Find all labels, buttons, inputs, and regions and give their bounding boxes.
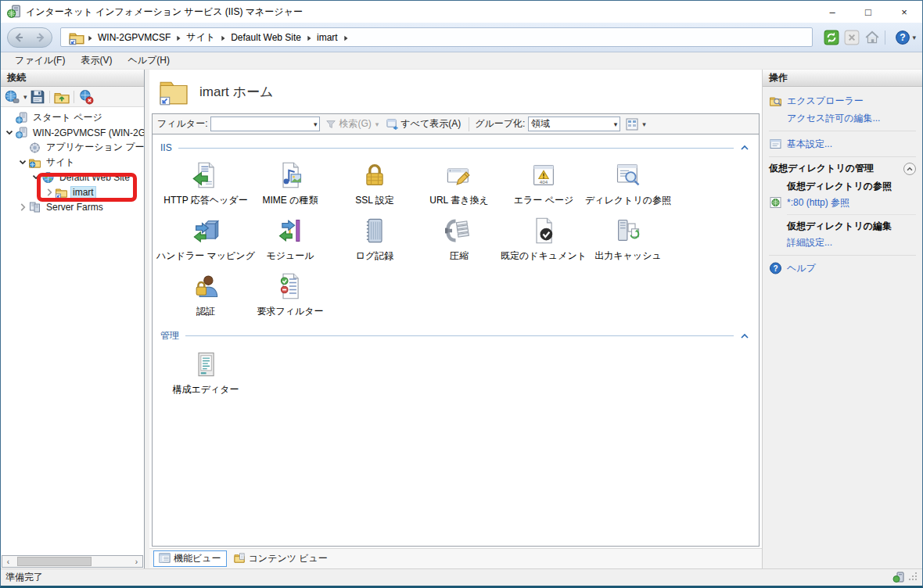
server-icon <box>15 127 28 139</box>
action-link-label[interactable]: *:80 (http) 参照 <box>787 196 849 210</box>
scrollbar-track[interactable] <box>14 556 131 567</box>
menu-item-1[interactable]: 表示(V) <box>73 52 120 69</box>
scroll-right-icon[interactable]: › <box>131 556 142 567</box>
actions-divider <box>769 255 916 256</box>
refresh-icon[interactable] <box>824 30 839 45</box>
tab-label: 機能ビュー <box>174 552 221 565</box>
tree-item-server[interactable]: WIN-2GPVMCSF (WIN-2G <box>1 125 144 140</box>
feature-ssl-settings[interactable]: SSL 設定 <box>332 155 417 210</box>
create-connection-caret[interactable]: ▾ <box>23 93 27 101</box>
action-link-label[interactable]: 詳細設定... <box>787 236 832 249</box>
help-icon[interactable]: ? <box>895 30 910 45</box>
feature-mime-types[interactable]: MIME の種類 <box>248 155 332 210</box>
minimize-button[interactable]: – <box>814 1 850 23</box>
virtual-directory-icon <box>55 186 68 199</box>
action-link-label[interactable]: ヘルプ <box>787 262 816 275</box>
tree-item-sites[interactable]: サイト <box>1 155 144 170</box>
tree-horizontal-scrollbar[interactable]: ‹ › <box>2 555 143 568</box>
chevron-expanded-icon[interactable] <box>17 157 28 168</box>
remove-connection-icon[interactable] <box>78 89 94 105</box>
action-link-label[interactable]: アクセス許可の編集... <box>787 112 880 125</box>
feature-configuration-editor[interactable]: 構成エディター <box>163 344 248 400</box>
breadcrumb-item-1[interactable]: サイト <box>184 30 217 44</box>
breadcrumb-item-2[interactable]: Default Web Site <box>228 32 303 43</box>
stop-icon <box>844 30 860 45</box>
close-button[interactable]: × <box>886 1 922 23</box>
content-view-icon <box>234 552 246 566</box>
feature-modules[interactable]: モジュール <box>248 210 332 266</box>
save-connection-icon[interactable] <box>30 89 45 105</box>
show-all-button[interactable]: すべて表示(A) <box>384 117 463 131</box>
scroll-left-icon[interactable]: ‹ <box>2 556 14 567</box>
feature-error-pages[interactable]: 404エラー ページ <box>501 155 586 210</box>
tree-item-virtual-directory[interactable]: imart <box>1 185 144 199</box>
feature-authentication[interactable]: 認証 <box>163 266 248 321</box>
action-item-3: 基本設定... <box>769 136 916 152</box>
group-collapse-icon[interactable] <box>738 142 751 153</box>
feature-output-caching[interactable]: 出力キャッシュ <box>586 210 670 266</box>
crumb-arrow-icon[interactable] <box>342 34 350 41</box>
help-dropdown-caret[interactable]: ▾ <box>912 34 916 41</box>
feature-label: 圧縮 <box>450 249 469 263</box>
feature-label: MIME の種類 <box>263 194 318 207</box>
feature-default-document[interactable]: 既定のドキュメント <box>501 210 586 266</box>
tree-item-application-pools[interactable]: アプリケーション プール <box>1 140 144 155</box>
breadcrumb-item-3[interactable]: imart <box>314 32 340 43</box>
view-selector-button[interactable]: ▾ <box>623 117 648 131</box>
filter-combobox[interactable]: ▾ <box>210 117 320 131</box>
connections-panel: 接続 ▾ スタート ページWIN-2GPVMCSF (WIN-2Gアプリケー <box>1 70 145 568</box>
create-connection-icon[interactable] <box>4 89 20 105</box>
scrollbar-thumb[interactable] <box>17 557 92 566</box>
resize-grip[interactable] <box>908 572 918 583</box>
configuration-editor-icon <box>192 350 220 378</box>
tree-item-start-page[interactable]: スタート ページ <box>1 110 144 125</box>
default-document-icon <box>530 217 558 245</box>
breadcrumb[interactable]: WIN-2GPVMCSFサイトDefault Web Siteimart <box>60 27 813 47</box>
feature-compression[interactable]: 圧縮 <box>417 210 501 266</box>
nav-buttons <box>7 27 52 48</box>
maximize-button[interactable]: □ <box>850 1 886 23</box>
folder-up-icon[interactable] <box>54 89 70 105</box>
crumb-arrow-icon[interactable] <box>174 34 182 41</box>
actions-section-header: 仮想ディレクトリの管理 <box>769 162 916 175</box>
group-by-combobox[interactable]: 領域▾ <box>528 117 620 131</box>
feature-http-response-headers[interactable]: HTTP 応答ヘッダー <box>163 155 248 210</box>
view-selector-caret[interactable]: ▾ <box>642 120 646 128</box>
connections-tree: スタート ページWIN-2GPVMCSF (WIN-2Gアプリケーション プール… <box>1 107 144 555</box>
tree-item-label: Default Web Site <box>57 171 132 184</box>
menu-item-2[interactable]: ヘルプ(H) <box>120 52 178 69</box>
crumb-arrow-icon[interactable] <box>305 34 313 41</box>
chevron-expanded-icon[interactable] <box>4 127 15 138</box>
chevron-collapsed-icon[interactable] <box>44 187 55 198</box>
feature-logging[interactable]: ログ記録 <box>332 210 417 266</box>
chevron-expanded-icon[interactable] <box>31 172 41 183</box>
tab-content-view[interactable]: コンテンツ ビュー <box>228 550 333 567</box>
feature-handler-mappings[interactable]: ハンドラー マッピング <box>163 210 248 266</box>
tree-item-website[interactable]: Default Web Site <box>1 170 144 185</box>
action-item-7: *:80 (http) 参照 <box>769 195 916 210</box>
search-label: 検索(G) <box>339 117 371 131</box>
chevron-collapsed-icon[interactable] <box>17 202 28 213</box>
action-link-label[interactable]: エクスプローラー <box>787 95 864 108</box>
action-link-label[interactable]: 基本設定... <box>787 138 832 151</box>
crumb-arrow-icon[interactable] <box>219 34 227 41</box>
section-collapse-icon[interactable] <box>903 163 916 175</box>
feature-request-filtering[interactable]: 要求フィルター <box>248 266 332 321</box>
feature-url-rewrite[interactable]: URL 書き換え <box>417 155 501 210</box>
website-icon <box>41 171 55 184</box>
action-item-12: ?ヘルプ <box>769 260 916 276</box>
home-icon[interactable] <box>864 30 880 45</box>
tree-item-server-farms[interactable]: Server Farms <box>1 199 144 214</box>
group-collapse-icon[interactable] <box>738 331 751 342</box>
status-text: 準備完了 <box>5 571 892 584</box>
actions-divider <box>769 131 916 131</box>
toolbar-separator <box>49 91 50 103</box>
menu-item-0[interactable]: ファイル(F) <box>7 52 73 69</box>
tab-features-view[interactable]: 機能ビュー <box>153 550 227 567</box>
breadcrumb-item-0[interactable]: WIN-2GPVMCSF <box>95 32 173 43</box>
back-icon[interactable] <box>13 32 24 43</box>
crumb-arrow-icon[interactable] <box>86 34 94 41</box>
feature-directory-browsing[interactable]: ディレクトリの参照 <box>586 155 670 210</box>
home-folder-icon <box>159 77 189 106</box>
forward-icon[interactable] <box>35 32 46 43</box>
